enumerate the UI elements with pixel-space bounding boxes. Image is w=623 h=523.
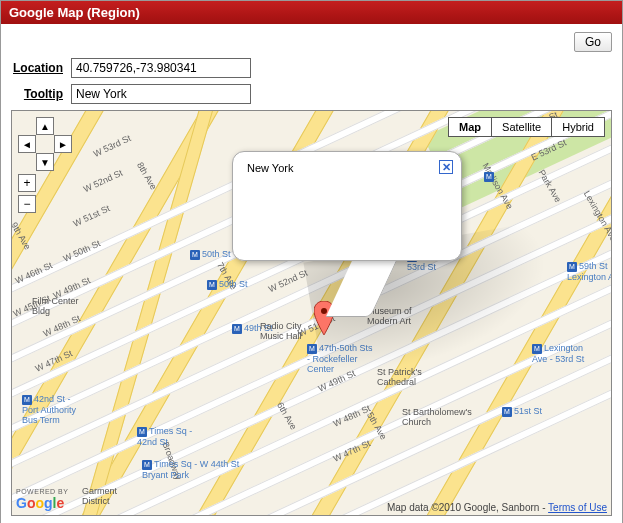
subway-icon: M: [190, 250, 200, 260]
panel-body: Go Location Tooltip: [1, 24, 622, 523]
subway-icon: M: [207, 280, 217, 290]
map-type-satellite[interactable]: Satellite: [491, 117, 552, 137]
map-type-hybrid[interactable]: Hybrid: [551, 117, 605, 137]
subway-icon: M: [137, 427, 147, 437]
subway-icon: M: [142, 460, 152, 470]
map-type-map[interactable]: Map: [448, 117, 492, 137]
subway-stop: M42nd St - Port Authority Bus Term: [22, 394, 76, 425]
attribution-text: Map data ©2010 Google, Sanborn -: [387, 502, 548, 513]
street-label: W 53rd St: [92, 133, 132, 159]
subway-stop: M: [484, 171, 496, 182]
subway-icon: M: [22, 395, 32, 405]
poi-label: Garment District: [82, 486, 117, 506]
subway-stop: MTimes Sq - 42nd St: [137, 426, 192, 447]
ave-label: 8th Ave: [135, 161, 159, 192]
map-region-panel: Google Map (Region) Go Location Tooltip: [0, 0, 623, 523]
subway-icon: M: [532, 344, 542, 354]
poi-label: Film Center Bldg: [32, 296, 79, 316]
info-window-text: New York: [247, 162, 293, 174]
terms-link[interactable]: Terms of Use: [548, 502, 607, 513]
subway-stop: M59th St Lexington Ave: [567, 261, 612, 282]
location-input[interactable]: [71, 58, 251, 78]
street-label: W 51st St: [72, 203, 112, 229]
map-attribution: Map data ©2010 Google, Sanborn - Terms o…: [387, 502, 607, 513]
pan-left-button[interactable]: ◄: [18, 135, 36, 153]
map-container[interactable]: W 53rd St W 52nd St W 51st St W 50th St …: [11, 110, 612, 516]
poi-label: St Patrick's Cathedral: [377, 367, 422, 387]
subway-stop: M51st St: [502, 406, 542, 417]
subway-stop: M50th St: [190, 249, 231, 260]
subway-stop: M50th St: [207, 279, 248, 290]
subway-stop: MLexington Ave - 53rd St: [532, 343, 584, 364]
poi-label: Radio City Music Hall: [260, 321, 302, 341]
map-type-switch: Map Satellite Hybrid: [449, 117, 605, 137]
zoom-in-button[interactable]: +: [18, 174, 36, 192]
street-label: W 52nd St: [82, 168, 124, 195]
info-close-button[interactable]: ✕: [439, 160, 453, 174]
subway-icon: M: [567, 262, 577, 272]
powered-by-label: POWERED BY: [16, 488, 68, 495]
info-window: New York ✕: [232, 151, 462, 261]
pan-down-button[interactable]: ▼: [36, 153, 54, 171]
subway-icon: M: [307, 344, 317, 354]
subway-icon: M: [232, 324, 242, 334]
zoom-out-button[interactable]: −: [18, 195, 36, 213]
subway-icon: M: [502, 407, 512, 417]
tooltip-label: Tooltip: [11, 87, 71, 101]
tooltip-input[interactable]: [71, 84, 251, 104]
google-logo: Google: [16, 495, 64, 511]
svg-point-0: [321, 308, 327, 314]
subway-stop: MTimes Sq - W 44th St Bryant Park: [142, 459, 239, 480]
subway-icon: M: [484, 172, 494, 182]
map-nav-controls: ▲ ◄► ▼ + −: [18, 117, 72, 213]
subway-stop: M47th-50th Sts - Rockefeller Center: [307, 343, 373, 374]
pan-right-button[interactable]: ►: [54, 135, 72, 153]
pan-up-button[interactable]: ▲: [36, 117, 54, 135]
poi-label: St Bartholomew's Church: [402, 407, 472, 427]
go-button[interactable]: Go: [574, 32, 612, 52]
panel-title: Google Map (Region): [1, 1, 622, 24]
location-label: Location: [11, 61, 71, 75]
